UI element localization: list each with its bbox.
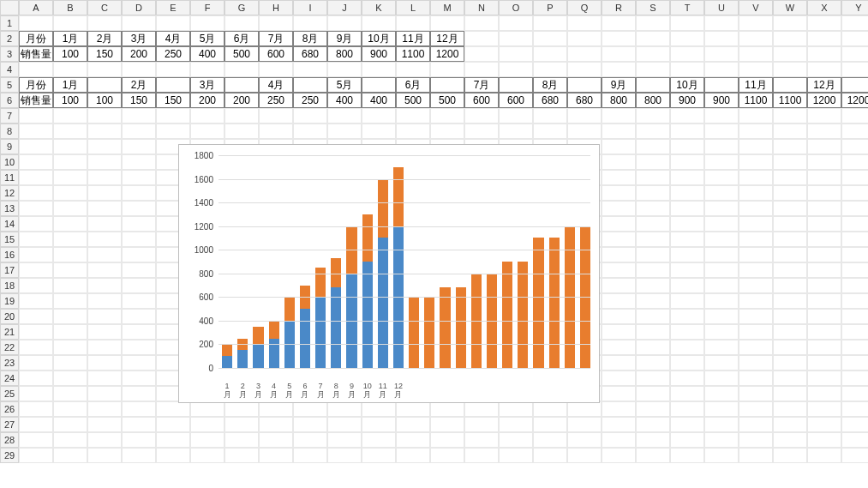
cell-S26[interactable] — [636, 401, 670, 417]
cell-V28[interactable] — [739, 432, 773, 448]
cell-W18[interactable] — [773, 278, 807, 293]
cell-M7[interactable] — [430, 108, 464, 124]
cell-B12[interactable] — [53, 185, 87, 201]
row-header-4[interactable]: 4 — [0, 62, 19, 77]
cell-F26[interactable] — [190, 401, 224, 417]
cell-S2[interactable] — [636, 31, 670, 46]
cell-P1[interactable] — [533, 15, 567, 31]
cell-W14[interactable] — [773, 216, 807, 232]
cell-G26[interactable] — [224, 401, 259, 417]
row-header-26[interactable]: 26 — [0, 401, 19, 417]
cell-U18[interactable] — [704, 278, 739, 293]
cell-R29[interactable] — [602, 448, 636, 463]
row-header-11[interactable]: 11 — [0, 170, 19, 185]
cell-J2[interactable]: 9月 — [327, 31, 362, 46]
cell-Q8[interactable] — [567, 124, 602, 139]
col-header-H[interactable]: H — [259, 0, 293, 15]
cell-H4[interactable] — [259, 62, 293, 77]
cell-D12[interactable] — [122, 185, 156, 201]
cell-B11[interactable] — [53, 170, 87, 185]
cell-I6[interactable]: 250 — [293, 93, 327, 108]
cell-X13[interactable] — [807, 201, 841, 216]
cell-D20[interactable] — [122, 309, 156, 324]
cell-Y12[interactable] — [841, 185, 868, 201]
cell-A22[interactable] — [19, 340, 53, 355]
cell-D13[interactable] — [122, 201, 156, 216]
cell-R8[interactable] — [602, 124, 636, 139]
row-header-24[interactable]: 24 — [0, 371, 19, 386]
row-header-19[interactable]: 19 — [0, 293, 19, 309]
cell-N5[interactable]: 7月 — [464, 77, 499, 93]
cell-T6[interactable]: 900 — [670, 93, 704, 108]
cell-I4[interactable] — [293, 62, 327, 77]
cell-Y4[interactable] — [841, 62, 868, 77]
cell-Y10[interactable] — [841, 154, 868, 170]
cell-V1[interactable] — [739, 15, 773, 31]
cell-B21[interactable] — [53, 324, 87, 340]
corner-cell[interactable] — [0, 0, 19, 15]
cell-P5[interactable]: 8月 — [533, 77, 567, 93]
cell-Y17[interactable] — [841, 262, 868, 278]
row-header-15[interactable]: 15 — [0, 232, 19, 247]
cell-W27[interactable] — [773, 417, 807, 432]
cell-K8[interactable] — [362, 124, 396, 139]
col-header-M[interactable]: M — [430, 0, 464, 15]
cell-A27[interactable] — [19, 417, 53, 432]
cell-I3[interactable]: 680 — [293, 46, 327, 62]
cell-X28[interactable] — [807, 432, 841, 448]
cell-I7[interactable] — [293, 108, 327, 124]
cell-M29[interactable] — [430, 448, 464, 463]
cell-B16[interactable] — [53, 247, 87, 262]
cell-B1[interactable] — [53, 15, 87, 31]
cell-R15[interactable] — [602, 232, 636, 247]
cell-N29[interactable] — [464, 448, 499, 463]
cell-J1[interactable] — [327, 15, 362, 31]
cell-P8[interactable] — [533, 124, 567, 139]
cell-X2[interactable] — [807, 31, 841, 46]
cell-C16[interactable] — [87, 247, 122, 262]
cell-A4[interactable] — [19, 62, 53, 77]
cell-S24[interactable] — [636, 371, 670, 386]
cell-P29[interactable] — [533, 448, 567, 463]
cell-W7[interactable] — [773, 108, 807, 124]
row-header-23[interactable]: 23 — [0, 355, 19, 371]
cell-K7[interactable] — [362, 108, 396, 124]
cell-L5[interactable]: 6月 — [396, 77, 430, 93]
cell-T7[interactable] — [670, 108, 704, 124]
cell-U2[interactable] — [704, 31, 739, 46]
cell-U9[interactable] — [704, 139, 739, 154]
cell-C15[interactable] — [87, 232, 122, 247]
cell-T22[interactable] — [670, 340, 704, 355]
cell-C21[interactable] — [87, 324, 122, 340]
cell-Y15[interactable] — [841, 232, 868, 247]
cell-B9[interactable] — [53, 139, 87, 154]
cell-C17[interactable] — [87, 262, 122, 278]
cell-F2[interactable]: 5月 — [190, 31, 224, 46]
cell-V11[interactable] — [739, 170, 773, 185]
cell-Q28[interactable] — [567, 432, 602, 448]
cell-T1[interactable] — [670, 15, 704, 31]
cell-J27[interactable] — [327, 417, 362, 432]
cell-V27[interactable] — [739, 417, 773, 432]
cell-B7[interactable] — [53, 108, 87, 124]
cell-I27[interactable] — [293, 417, 327, 432]
cell-W29[interactable] — [773, 448, 807, 463]
cell-O28[interactable] — [499, 432, 533, 448]
cell-L8[interactable] — [396, 124, 430, 139]
cell-T3[interactable] — [670, 46, 704, 62]
cell-M4[interactable] — [430, 62, 464, 77]
cell-D8[interactable] — [122, 124, 156, 139]
col-header-A[interactable]: A — [19, 0, 53, 15]
cell-K4[interactable] — [362, 62, 396, 77]
cell-Y18[interactable] — [841, 278, 868, 293]
cell-T11[interactable] — [670, 170, 704, 185]
cell-W6[interactable]: 1100 — [773, 93, 807, 108]
cell-P28[interactable] — [533, 432, 567, 448]
cell-V8[interactable] — [739, 124, 773, 139]
cell-H27[interactable] — [259, 417, 293, 432]
cell-F7[interactable] — [190, 108, 224, 124]
cell-U14[interactable] — [704, 216, 739, 232]
row-header-5[interactable]: 5 — [0, 77, 19, 93]
row-header-13[interactable]: 13 — [0, 201, 19, 216]
col-header-U[interactable]: U — [704, 0, 739, 15]
